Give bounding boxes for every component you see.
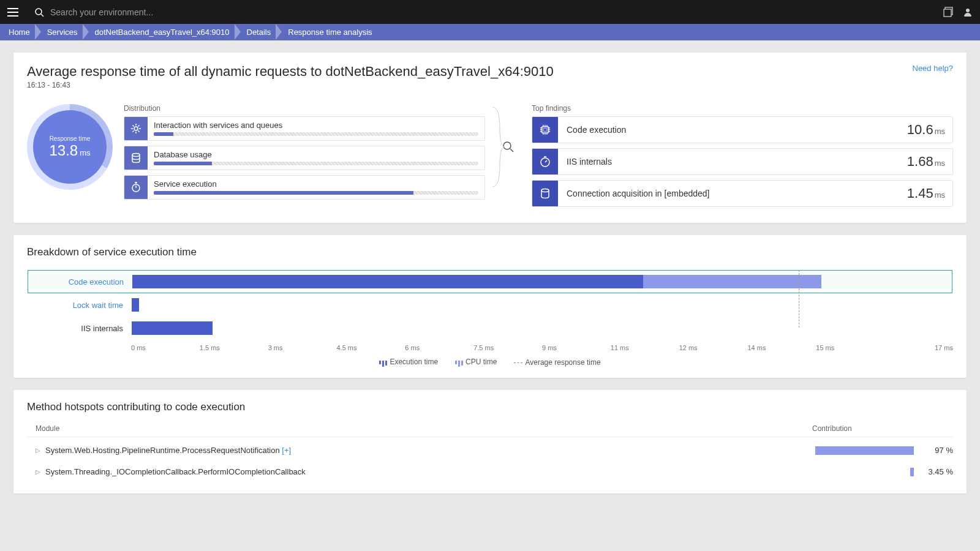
hotspot-name: System.Threading._IOCompletionCallback.P… [45, 467, 812, 476]
dist-item[interactable]: Interaction with services and queues [124, 116, 485, 141]
chart-row-label: IIS internals [28, 324, 132, 333]
windows-icon[interactable] [943, 7, 954, 18]
magnify-connector [496, 104, 521, 190]
finding-name: IIS internals [558, 157, 900, 167]
dist-item[interactable]: Service execution [124, 175, 485, 200]
finding-item[interactable]: IIS internals1.68ms [532, 148, 953, 175]
gauge-label: Response time [50, 135, 91, 142]
chart-row[interactable]: IIS internals [28, 317, 952, 340]
col-contribution: Contribution [812, 424, 953, 433]
findings-section: Top findings Code execution10.6msIIS int… [532, 104, 953, 212]
contrib-pct: 3.45 % [920, 467, 953, 476]
search-input[interactable] [50, 7, 943, 17]
hamburger-icon[interactable] [7, 5, 22, 20]
crumb-home[interactable]: Home [2, 24, 41, 40]
finding-value: 10.6ms [900, 122, 952, 138]
timer-icon [532, 149, 558, 174]
chip-icon [532, 117, 558, 143]
expand-icon[interactable]: ▷ [36, 447, 40, 454]
summary-card: Average response time of all dynamic req… [13, 53, 967, 223]
breakdown-chart[interactable]: Code executionLock wait timeIIS internal… [27, 269, 953, 340]
finding-item[interactable]: Connection acquisition in [embedded]1.45… [532, 180, 953, 207]
chart-row-label[interactable]: Lock wait time [28, 301, 132, 310]
svg-point-5 [134, 127, 138, 130]
hotspot-row[interactable]: ▷System.Threading._IOCompletionCallback.… [27, 461, 953, 482]
crumb-service-name[interactable]: dotNetBackend_easyTravel_x64:9010 [89, 24, 241, 40]
svg-rect-3 [944, 9, 951, 17]
dist-name: Service execution [154, 179, 478, 189]
finding-name: Connection acquisition in [embedded] [558, 189, 900, 198]
findings-label: Top findings [532, 104, 953, 113]
gear-icon [124, 117, 148, 140]
db-icon [532, 181, 558, 206]
svg-point-13 [541, 189, 549, 192]
stopwatch-icon [124, 176, 148, 199]
finding-name: Code execution [558, 125, 900, 135]
exec-bar [132, 298, 139, 312]
svg-line-1 [41, 14, 43, 17]
svg-point-4 [966, 9, 970, 12]
breadcrumb: Home Services dotNetBackend_easyTravel_x… [0, 24, 980, 40]
crumb-details[interactable]: Details [241, 24, 282, 40]
hotspot-name: System.Web.Hosting.PipelineRuntime.Proce… [45, 446, 812, 455]
crumb-response-time[interactable]: Response time analysis [282, 24, 383, 40]
expand-icon[interactable]: ▷ [36, 468, 40, 475]
crumb-services[interactable]: Services [41, 24, 89, 40]
x-axis: 0 ms1.5 ms3 ms4.5 ms6 ms7.5 ms9 ms11 ms1… [131, 344, 953, 351]
page-title: Average response time of all dynamic req… [27, 64, 554, 80]
finding-value: 1.68ms [900, 154, 952, 170]
help-link[interactable]: Need help? [913, 64, 954, 73]
contrib-pct: 97 % [920, 446, 953, 455]
timerange: 16:13 - 16:43 [27, 81, 554, 89]
chart-row[interactable]: Lock wait time [28, 293, 952, 317]
dist-name: Database usage [154, 150, 478, 159]
contrib-bar [815, 446, 914, 455]
contrib-bar [910, 468, 914, 476]
svg-point-0 [36, 9, 42, 15]
col-module: Module [27, 424, 812, 433]
finding-item[interactable]: Code execution10.6ms [532, 116, 953, 143]
exec-bar [132, 321, 213, 335]
svg-rect-11 [544, 129, 547, 132]
distribution-label: Distribution [124, 104, 485, 113]
svg-rect-10 [542, 127, 548, 133]
gauge-value: 13.8 [49, 142, 78, 159]
response-time-gauge: Response time 13.8ms [27, 104, 113, 190]
exec-bar [132, 275, 643, 288]
chart-legend: Execution time CPU time Average response… [27, 358, 953, 367]
hotspots-title: Method hotspots contributing to code exe… [27, 401, 953, 413]
topbar [0, 0, 980, 24]
hotspot-row[interactable]: ▷System.Web.Hosting.PipelineRuntime.Proc… [27, 440, 953, 461]
dist-name: Interaction with services and queues [154, 121, 478, 130]
gauge-unit: ms [80, 148, 90, 157]
dist-item[interactable]: Database usage [124, 146, 485, 170]
user-icon[interactable] [963, 7, 973, 17]
distribution-section: Distribution Interaction with services a… [124, 104, 485, 204]
chart-row-label[interactable]: Code execution [28, 277, 132, 287]
chart-row[interactable]: Code execution [28, 270, 952, 293]
svg-point-6 [132, 154, 140, 157]
expand-plus[interactable]: [+] [282, 446, 291, 455]
hotspots-card: Method hotspots contributing to code exe… [13, 390, 967, 493]
svg-line-9 [510, 149, 513, 152]
finding-value: 1.45ms [900, 186, 952, 201]
search-icon[interactable] [34, 7, 44, 17]
database-icon [124, 146, 148, 170]
breakdown-title: Breakdown of service execution time [27, 246, 953, 258]
breakdown-card: Breakdown of service execution time Code… [13, 235, 967, 378]
